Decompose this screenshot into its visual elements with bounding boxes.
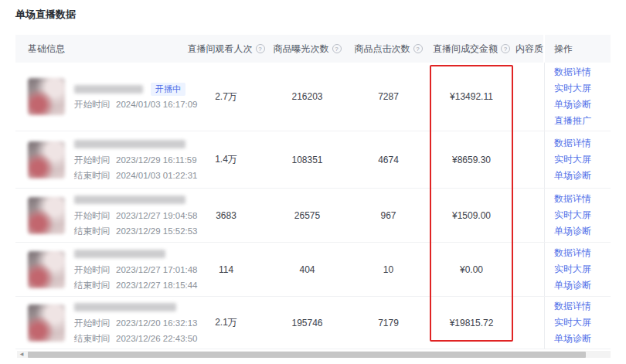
horizontal-scrollbar[interactable]: ◀	[17, 351, 611, 358]
action-realtime-screen[interactable]: 实时大屏	[554, 83, 591, 94]
stream-title-redacted	[74, 250, 165, 258]
exposure-value: 216203	[267, 63, 348, 131]
clicks-value: 7287	[348, 63, 429, 131]
end-time-label: 结束时间	[74, 226, 110, 236]
col-header-viewers: 直播间观看人次 ?	[185, 35, 267, 63]
col-header-gmv-label: 直播间成交金额	[433, 43, 498, 56]
start-time-label: 开始时间	[74, 265, 110, 274]
quality-value	[514, 63, 545, 131]
stream-thumbnail	[28, 251, 65, 288]
exposure-value: 26575	[267, 189, 348, 242]
exposure-value: 195746	[267, 297, 348, 349]
clicks-value: 10	[348, 243, 429, 296]
stream-thumbnail	[28, 78, 65, 115]
basic-info-cell: 开始时间2023/12/29 16:11:59 结束时间2024/01/03 0…	[15, 131, 185, 188]
actions-cell: 数据详情 实时大屏 单场诊断	[545, 131, 611, 188]
stream-title-redacted	[74, 85, 143, 94]
scrollbar-thumb[interactable]	[28, 352, 586, 358]
quality-value	[514, 297, 545, 349]
page-title: 单场直播数据	[15, 8, 76, 22]
basic-info-cell: 开始时间2023/12/20 16:32:13 结束时间2023/12/26 2…	[15, 297, 185, 349]
col-header-clicks-label: 商品点击次数	[355, 43, 410, 56]
info-icon[interactable]: ?	[332, 44, 342, 53]
action-realtime-screen[interactable]: 实时大屏	[554, 155, 591, 165]
action-data-details[interactable]: 数据详情	[554, 67, 591, 77]
start-time-line: 开始时间2023/12/27 19:04:58	[74, 210, 185, 222]
action-session-diagnosis[interactable]: 单场诊断	[554, 100, 591, 110]
stream-info: 开始时间2023/12/27 17:01:48 结束时间2023/12/27 1…	[74, 248, 185, 291]
actions-cell: 数据详情 实时大屏 单场诊断	[545, 243, 611, 296]
info-icon[interactable]: ?	[256, 44, 265, 53]
stream-title-redacted	[74, 303, 176, 311]
actions-cell: 数据详情 实时大屏 单场诊断	[545, 297, 611, 349]
start-time-label: 开始时间	[74, 155, 110, 165]
start-time-label: 开始时间	[74, 100, 110, 109]
end-time-label: 结束时间	[74, 171, 110, 180]
start-time-line: 开始时间2023/12/29 16:11:59	[74, 155, 185, 166]
stream-title-redacted	[74, 140, 185, 148]
quality-value	[514, 243, 545, 296]
stream-thumbnail	[28, 197, 65, 234]
start-time-line: 开始时间2023/12/27 17:01:48	[74, 264, 185, 276]
start-time-line: 开始时间2024/01/03 16:17:09	[74, 99, 185, 111]
start-time-value: 2023/12/29 16:11:59	[116, 155, 197, 165]
exposure-value: 404	[267, 243, 348, 296]
action-session-diagnosis[interactable]: 单场诊断	[554, 226, 591, 236]
action-session-diagnosis[interactable]: 单场诊断	[554, 171, 591, 181]
basic-info-cell: 开始时间2023/12/27 17:01:48 结束时间2023/12/27 1…	[15, 243, 185, 296]
gmv-value: ¥13492.11	[429, 63, 514, 131]
table-header-row: 基础信息 直播间观看人次 ? 商品曝光次数 ? 商品点击次数 ? 直播间成交金额…	[15, 35, 611, 63]
action-realtime-screen[interactable]: 实时大屏	[554, 264, 591, 274]
scrollbar-left-arrow-icon[interactable]: ◀	[17, 351, 26, 358]
col-header-basic-info: 基础信息	[15, 35, 185, 63]
col-header-actions: 操作	[545, 35, 611, 63]
exposure-value: 108351	[267, 131, 348, 188]
action-data-details[interactable]: 数据详情	[554, 194, 591, 204]
action-realtime-screen[interactable]: 实时大屏	[554, 210, 591, 220]
stream-info: 开播中 开始时间2024/01/03 16:17:09	[74, 83, 185, 111]
viewers-value: 3683	[185, 189, 267, 242]
end-time-line: 结束时间2023/12/27 18:15:44	[74, 280, 185, 291]
end-time-line: 结束时间2024/01/03 01:22:31	[74, 170, 185, 182]
table-row: 开始时间2023/12/20 16:32:13 结束时间2023/12/26 2…	[15, 297, 611, 349]
end-time-line: 结束时间2023/12/26 22:43:50	[74, 333, 185, 345]
table-row: 开始时间2023/12/27 19:04:58 结束时间2023/12/29 1…	[15, 189, 611, 243]
clicks-value: 4674	[348, 131, 429, 188]
info-icon[interactable]: ?	[413, 44, 423, 53]
col-header-gmv: 直播间成交金额 ?	[429, 35, 514, 63]
live-sessions-table: 基础信息 直播间观看人次 ? 商品曝光次数 ? 商品点击次数 ? 直播间成交金额…	[15, 35, 611, 349]
gmv-value: ¥8659.30	[429, 131, 514, 188]
start-time-label: 开始时间	[74, 318, 110, 328]
actions-cell: 数据详情 实时大屏 单场诊断 直播推广	[545, 63, 611, 131]
table-row: 开始时间2023/12/27 17:01:48 结束时间2023/12/27 1…	[15, 243, 611, 297]
col-header-viewers-label: 直播间观看人次	[188, 43, 253, 56]
info-icon[interactable]: ?	[501, 44, 510, 53]
table-row: 开始时间2023/12/29 16:11:59 结束时间2024/01/03 0…	[15, 131, 611, 189]
basic-info-cell: 开始时间2023/12/27 19:04:58 结束时间2023/12/29 1…	[15, 189, 185, 242]
actions-cell: 数据详情 实时大屏 单场诊断	[545, 189, 611, 242]
col-header-exposure-label: 商品曝光次数	[274, 43, 329, 56]
action-session-diagnosis[interactable]: 单场诊断	[554, 334, 591, 344]
start-time-label: 开始时间	[74, 211, 110, 220]
stream-info: 开始时间2023/12/29 16:11:59 结束时间2024/01/03 0…	[74, 138, 185, 182]
viewers-value: 1.4万	[185, 131, 267, 188]
action-data-details[interactable]: 数据详情	[554, 301, 591, 311]
viewers-value: 2.7万	[185, 63, 267, 131]
action-live-promotion[interactable]: 直播推广	[554, 116, 591, 126]
live-status-badge: 开播中	[151, 83, 185, 96]
stream-info: 开始时间2023/12/20 16:32:13 结束时间2023/12/26 2…	[74, 301, 185, 345]
start-time-line: 开始时间2023/12/20 16:32:13	[74, 318, 185, 329]
action-data-details[interactable]: 数据详情	[554, 248, 591, 258]
stream-thumbnail	[28, 141, 65, 179]
gmv-value: ¥19815.72	[429, 297, 514, 349]
quality-value	[514, 131, 545, 188]
action-data-details[interactable]: 数据详情	[554, 138, 591, 148]
stream-thumbnail	[28, 304, 65, 342]
gmv-value: ¥1509.00	[429, 189, 514, 242]
action-session-diagnosis[interactable]: 单场诊断	[554, 281, 591, 291]
clicks-value: 7179	[348, 297, 429, 349]
action-realtime-screen[interactable]: 实时大屏	[554, 318, 591, 328]
quality-value	[514, 189, 545, 242]
live-session-data-page: 单场直播数据 基础信息 直播间观看人次 ? 商品曝光次数 ? 商品点击次数 ? …	[0, 0, 626, 364]
end-time-line: 结束时间2023/12/29 15:52:53	[74, 226, 185, 237]
